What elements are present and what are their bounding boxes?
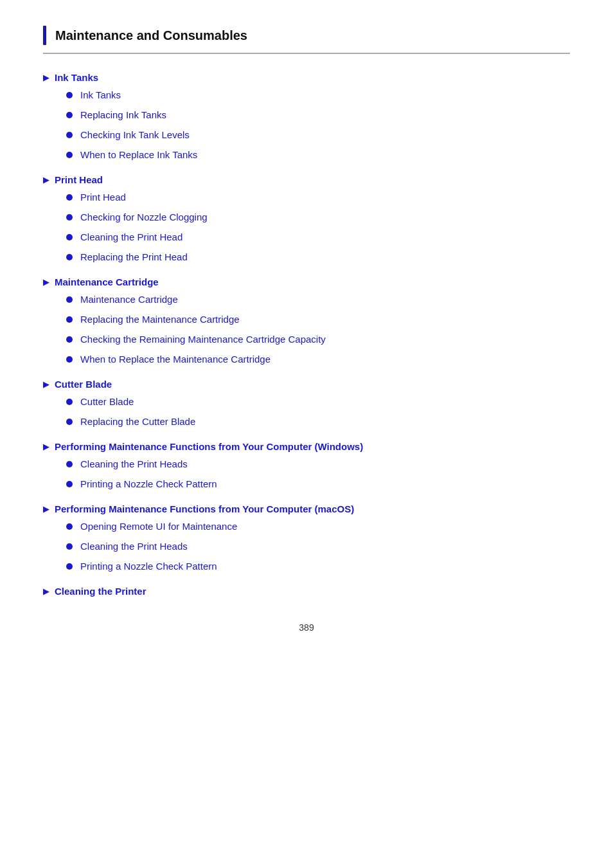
bullet-icon <box>66 481 73 487</box>
list-item: Printing a Nozzle Check Pattern <box>66 478 570 489</box>
section-header-maintenance-cartridge: ▶Maintenance Cartridge <box>43 276 570 287</box>
section-maintenance-windows: ▶Performing Maintenance Functions from Y… <box>43 441 570 489</box>
item-link-print-head-0[interactable]: Print Head <box>80 192 126 203</box>
item-link-ink-tanks-0[interactable]: Ink Tanks <box>80 89 121 100</box>
page-number: 389 <box>43 622 570 633</box>
section-maintenance-macos: ▶Performing Maintenance Functions from Y… <box>43 503 570 572</box>
bullet-icon <box>66 316 73 323</box>
item-link-print-head-3[interactable]: Replacing the Print Head <box>80 251 188 262</box>
list-item: Ink Tanks <box>66 89 570 100</box>
list-item: Replacing the Print Head <box>66 251 570 262</box>
sections-container: ▶Ink TanksInk TanksReplacing Ink TanksCh… <box>43 72 570 597</box>
bullet-icon <box>66 563 73 570</box>
list-item: Cutter Blade <box>66 396 570 407</box>
section-title-maintenance-cartridge[interactable]: Maintenance Cartridge <box>55 276 159 287</box>
item-link-maintenance-cartridge-1[interactable]: Replacing the Maintenance Cartridge <box>80 314 240 325</box>
list-item: When to Replace Ink Tanks <box>66 149 570 160</box>
bullet-icon <box>66 296 73 303</box>
bullet-icon <box>66 356 73 363</box>
item-link-maintenance-cartridge-0[interactable]: Maintenance Cartridge <box>80 294 178 305</box>
bullet-icon <box>66 214 73 221</box>
item-link-maintenance-cartridge-2[interactable]: Checking the Remaining Maintenance Cartr… <box>80 334 326 345</box>
bullet-icon <box>66 194 73 201</box>
bullet-icon <box>66 132 73 138</box>
item-link-cutter-blade-0[interactable]: Cutter Blade <box>80 396 134 407</box>
bullet-icon <box>66 234 73 240</box>
item-link-maintenance-cartridge-3[interactable]: When to Replace the Maintenance Cartridg… <box>80 354 271 365</box>
arrow-icon-cleaning-printer: ▶ <box>43 586 49 596</box>
section-header-cutter-blade: ▶Cutter Blade <box>43 379 570 390</box>
item-link-print-head-2[interactable]: Cleaning the Print Head <box>80 231 182 242</box>
bullet-icon <box>66 523 73 530</box>
section-items-print-head: Print HeadChecking for Nozzle CloggingCl… <box>66 192 570 262</box>
arrow-icon-print-head: ▶ <box>43 175 49 185</box>
section-header-cleaning-printer: ▶Cleaning the Printer <box>43 586 570 597</box>
item-link-maintenance-windows-0[interactable]: Cleaning the Print Heads <box>80 458 188 469</box>
list-item: Cleaning the Print Head <box>66 231 570 242</box>
section-cutter-blade: ▶Cutter BladeCutter BladeReplacing the C… <box>43 379 570 427</box>
item-link-cutter-blade-1[interactable]: Replacing the Cutter Blade <box>80 416 195 427</box>
list-item: Opening Remote UI for Maintenance <box>66 521 570 532</box>
title-bar-decoration <box>43 26 46 45</box>
list-item: Maintenance Cartridge <box>66 294 570 305</box>
bullet-icon <box>66 336 73 343</box>
section-items-maintenance-macos: Opening Remote UI for MaintenanceCleanin… <box>66 521 570 572</box>
item-link-print-head-1[interactable]: Checking for Nozzle Clogging <box>80 212 208 222</box>
arrow-icon-maintenance-cartridge: ▶ <box>43 277 49 287</box>
item-link-maintenance-macos-1[interactable]: Cleaning the Print Heads <box>80 541 188 552</box>
page-title-section: Maintenance and Consumables <box>43 26 570 54</box>
section-title-print-head[interactable]: Print Head <box>55 174 103 185</box>
item-link-maintenance-windows-1[interactable]: Printing a Nozzle Check Pattern <box>80 478 217 489</box>
arrow-icon-cutter-blade: ▶ <box>43 379 49 389</box>
section-items-maintenance-windows: Cleaning the Print HeadsPrinting a Nozzl… <box>66 458 570 489</box>
section-title-cleaning-printer[interactable]: Cleaning the Printer <box>55 586 147 597</box>
list-item: Cleaning the Print Heads <box>66 541 570 552</box>
section-header-ink-tanks: ▶Ink Tanks <box>43 72 570 83</box>
item-link-ink-tanks-1[interactable]: Replacing Ink Tanks <box>80 109 166 120</box>
bullet-icon <box>66 543 73 550</box>
section-items-maintenance-cartridge: Maintenance CartridgeReplacing the Maint… <box>66 294 570 365</box>
section-title-maintenance-windows[interactable]: Performing Maintenance Functions from Yo… <box>55 441 363 452</box>
list-item: Checking for Nozzle Clogging <box>66 212 570 222</box>
bullet-icon <box>66 399 73 405</box>
page-container: Maintenance and Consumables ▶Ink TanksIn… <box>30 0 583 671</box>
item-link-maintenance-macos-2[interactable]: Printing a Nozzle Check Pattern <box>80 561 217 572</box>
arrow-icon-ink-tanks: ▶ <box>43 73 49 82</box>
list-item: Replacing the Cutter Blade <box>66 416 570 427</box>
section-header-maintenance-windows: ▶Performing Maintenance Functions from Y… <box>43 441 570 452</box>
item-link-ink-tanks-2[interactable]: Checking Ink Tank Levels <box>80 129 190 140</box>
arrow-icon-maintenance-windows: ▶ <box>43 442 49 451</box>
list-item: Cleaning the Print Heads <box>66 458 570 469</box>
list-item: When to Replace the Maintenance Cartridg… <box>66 354 570 365</box>
section-cleaning-printer: ▶Cleaning the Printer <box>43 586 570 597</box>
list-item: Replacing the Maintenance Cartridge <box>66 314 570 325</box>
bullet-icon <box>66 254 73 260</box>
list-item: Checking Ink Tank Levels <box>66 129 570 140</box>
bullet-icon <box>66 112 73 118</box>
list-item: Replacing Ink Tanks <box>66 109 570 120</box>
item-link-maintenance-macos-0[interactable]: Opening Remote UI for Maintenance <box>80 521 237 532</box>
section-title-cutter-blade[interactable]: Cutter Blade <box>55 379 112 390</box>
arrow-icon-maintenance-macos: ▶ <box>43 504 49 514</box>
bullet-icon <box>66 152 73 158</box>
bullet-icon <box>66 92 73 98</box>
section-header-print-head: ▶Print Head <box>43 174 570 185</box>
section-header-maintenance-macos: ▶Performing Maintenance Functions from Y… <box>43 503 570 514</box>
section-title-maintenance-macos[interactable]: Performing Maintenance Functions from Yo… <box>55 503 354 514</box>
section-items-cutter-blade: Cutter BladeReplacing the Cutter Blade <box>66 396 570 427</box>
section-items-ink-tanks: Ink TanksReplacing Ink TanksChecking Ink… <box>66 89 570 160</box>
bullet-icon <box>66 461 73 467</box>
item-link-ink-tanks-3[interactable]: When to Replace Ink Tanks <box>80 149 197 160</box>
section-print-head: ▶Print HeadPrint HeadChecking for Nozzle… <box>43 174 570 262</box>
section-ink-tanks: ▶Ink TanksInk TanksReplacing Ink TanksCh… <box>43 72 570 160</box>
list-item: Print Head <box>66 192 570 203</box>
section-title-ink-tanks[interactable]: Ink Tanks <box>55 72 98 83</box>
list-item: Checking the Remaining Maintenance Cartr… <box>66 334 570 345</box>
bullet-icon <box>66 419 73 425</box>
list-item: Printing a Nozzle Check Pattern <box>66 561 570 572</box>
section-maintenance-cartridge: ▶Maintenance CartridgeMaintenance Cartri… <box>43 276 570 365</box>
page-title: Maintenance and Consumables <box>55 26 247 45</box>
